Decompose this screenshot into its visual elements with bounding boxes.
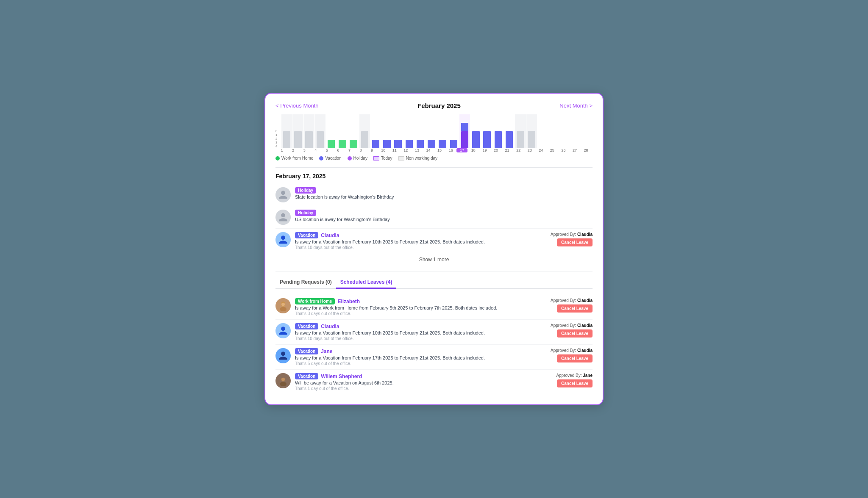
badge-vacation: Vacation bbox=[295, 373, 318, 379]
bar-col bbox=[582, 114, 593, 148]
leave-item: HolidaySlate location is away for Washin… bbox=[275, 184, 593, 206]
leave-content: VacationClaudiaIs away for a Vacation fr… bbox=[295, 232, 546, 250]
leave-content: VacationJaneIs away for a Vacation from … bbox=[295, 348, 546, 366]
day-label: 10 bbox=[378, 148, 389, 152]
cancel-leave-button[interactable]: Cancel Leave bbox=[557, 304, 593, 313]
approved-by: Approved By: Claudia bbox=[551, 232, 593, 237]
bar-col bbox=[415, 114, 426, 148]
leave-item: VacationJaneIs away for a Vacation from … bbox=[275, 345, 593, 370]
approved-by: Approved By: Jane bbox=[556, 373, 593, 378]
leave-content: Work from HomeElizabethIs away for a Wor… bbox=[295, 298, 546, 316]
chart-bars bbox=[281, 114, 593, 148]
avatar bbox=[275, 348, 291, 363]
day-label: 2 bbox=[288, 148, 299, 152]
bar-col bbox=[515, 114, 526, 148]
cancel-leave-button[interactable]: Cancel Leave bbox=[557, 238, 593, 246]
day-label: 13 bbox=[412, 148, 423, 152]
legend-holiday: Holiday bbox=[348, 156, 367, 160]
person-name: Jane bbox=[321, 349, 332, 354]
leave-desc: Will be away for a Vacation on August 6t… bbox=[295, 380, 552, 385]
bar-col bbox=[337, 114, 348, 148]
leave-desc: Is away for a Work from Home from Februa… bbox=[295, 305, 546, 310]
legend-vacation-label: Vacation bbox=[325, 156, 341, 160]
badge-holiday: Holiday bbox=[295, 210, 316, 216]
approved-by: Approved By: Claudia bbox=[551, 323, 593, 328]
leave-right: Approved By: ClaudiaCancel Leave bbox=[551, 348, 593, 362]
bar-col bbox=[459, 114, 470, 148]
bar-col bbox=[537, 114, 548, 148]
badge-vacation: Vacation bbox=[295, 348, 318, 354]
bar-col bbox=[348, 114, 359, 148]
leave-sub: That's 5 days out of the office. bbox=[295, 361, 546, 366]
bar-col bbox=[559, 114, 570, 148]
avatar bbox=[275, 373, 291, 388]
leave-right: Approved By: ClaudiaCancel Leave bbox=[551, 232, 593, 246]
legend-today: Today bbox=[373, 156, 392, 160]
chart-area: 4 3 2 1 0 123456789101112131415161718192… bbox=[275, 114, 593, 152]
bar-col bbox=[470, 114, 481, 148]
bar-col bbox=[426, 114, 437, 148]
next-month-button[interactable]: Next Month > bbox=[559, 102, 593, 109]
day-label: 28 bbox=[581, 148, 592, 152]
day-label: 23 bbox=[524, 148, 535, 152]
divider-2 bbox=[275, 271, 593, 271]
legend-nonworking: Non working day bbox=[398, 156, 437, 160]
day-label: 24 bbox=[535, 148, 546, 152]
cancel-leave-button[interactable]: Cancel Leave bbox=[557, 329, 593, 338]
leave-sub: That's 10 days out of the office. bbox=[295, 336, 546, 341]
wfh-dot bbox=[275, 156, 280, 160]
leave-content: VacationClaudiaIs away for a Vacation fr… bbox=[295, 323, 546, 341]
leave-right: Approved By: ClaudiaCancel Leave bbox=[551, 323, 593, 338]
leave-top: Work from HomeElizabeth bbox=[295, 298, 546, 304]
bar-col bbox=[292, 114, 303, 148]
y-axis: 4 3 2 1 0 bbox=[275, 129, 281, 148]
day-label: 8 bbox=[355, 148, 366, 152]
leave-sub: That's 1 day out of the office. bbox=[295, 386, 552, 391]
bar-col bbox=[493, 114, 504, 148]
tab-scheduled[interactable]: Scheduled Leaves (4) bbox=[336, 277, 397, 289]
svg-point-6 bbox=[281, 378, 285, 381]
day-label: 14 bbox=[423, 148, 434, 152]
avatar bbox=[275, 187, 291, 202]
person-name: Elizabeth bbox=[337, 299, 360, 304]
legend-today-label: Today bbox=[381, 156, 392, 160]
leave-sub: That's 10 days out of the office. bbox=[295, 245, 546, 250]
leave-item: HolidayUS location is away for Washingto… bbox=[275, 206, 593, 229]
day-label: 27 bbox=[569, 148, 580, 152]
day-label: 21 bbox=[502, 148, 513, 152]
day-label: 16 bbox=[445, 148, 456, 152]
leave-content: HolidayUS location is away for Washingto… bbox=[295, 210, 593, 223]
bar-col bbox=[359, 114, 370, 148]
legend-vacation: Vacation bbox=[319, 156, 341, 160]
leave-top: Holiday bbox=[295, 187, 593, 194]
leave-item: VacationClaudiaIs away for a Vacation fr… bbox=[275, 229, 593, 253]
leave-item: VacationWillem ShepherdWill be away for … bbox=[275, 370, 593, 394]
leave-desc: Is away for a Vacation from February 17t… bbox=[295, 355, 546, 360]
day-label: 4 bbox=[310, 148, 321, 152]
bar-col bbox=[437, 114, 448, 148]
person-name: Willem Shepherd bbox=[321, 374, 362, 379]
tab-pending[interactable]: Pending Requests (0) bbox=[275, 277, 336, 289]
leave-top: VacationClaudia bbox=[295, 232, 546, 238]
avatar bbox=[275, 323, 291, 338]
day-label: 1 bbox=[276, 148, 287, 152]
leave-desc: Is away for a Vacation from February 10t… bbox=[295, 330, 546, 335]
leave-item: VacationClaudiaIs away for a Vacation fr… bbox=[275, 320, 593, 345]
bar-col bbox=[504, 114, 515, 148]
leave-sub: That's 3 days out of the office. bbox=[295, 311, 546, 316]
day-label: 19 bbox=[479, 148, 490, 152]
month-title: February 2025 bbox=[417, 102, 461, 109]
nav-header: < Previous Month February 2025 Next Mont… bbox=[275, 102, 593, 109]
badge-holiday: Holiday bbox=[295, 187, 316, 194]
cancel-leave-button[interactable]: Cancel Leave bbox=[557, 354, 593, 362]
day-label: 6 bbox=[333, 148, 344, 152]
leave-item: Work from HomeElizabethIs away for a Wor… bbox=[275, 295, 593, 320]
leave-desc: Is away for a Vacation from February 10t… bbox=[295, 239, 546, 244]
bar-col bbox=[571, 114, 581, 148]
bar-col bbox=[393, 114, 403, 148]
cancel-leave-button[interactable]: Cancel Leave bbox=[557, 379, 593, 387]
avatar bbox=[275, 298, 291, 313]
badge-vacation: Vacation bbox=[295, 323, 318, 329]
show-more[interactable]: Show 1 more bbox=[275, 253, 593, 266]
prev-month-button[interactable]: < Previous Month bbox=[275, 102, 319, 109]
